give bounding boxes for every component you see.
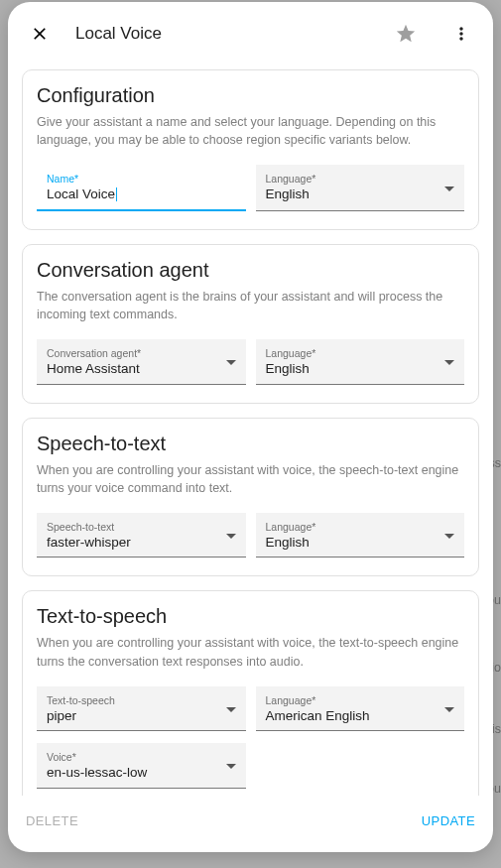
tts-language-label: Language* [266,694,455,706]
close-icon [30,24,50,44]
text-caret [116,187,117,201]
update-button[interactable]: UPDATE [418,807,479,834]
config-language-label: Language* [266,173,455,185]
chevron-down-icon [226,699,236,717]
close-button[interactable] [20,14,60,54]
config-language-value: English [266,186,455,203]
stt-engine-value: faster-whisper [47,534,236,552]
chevron-down-icon [226,756,236,774]
conversation-language-value: English [266,360,455,378]
star-icon [395,23,417,45]
name-input[interactable]: Name* Local Voice [37,165,246,211]
tts-voice-label: Voice* [47,751,236,763]
dialog-title: Local Voice [75,24,370,44]
tts-desc: When you are controlling your assistant … [37,634,464,670]
more-vert-icon [451,24,471,44]
dialog-content: Configuration Give your assistant a name… [8,62,493,796]
configuration-desc: Give your assistant a name and select yo… [37,113,464,149]
conversation-desc: The conversation agent is the brains of … [37,288,464,323]
conversation-title: Conversation agent [37,259,464,282]
stt-language-label: Language* [266,521,455,533]
conversation-language-label: Language* [266,347,455,359]
name-label: Name* [47,173,236,185]
tts-card: Text-to-speech When you are controlling … [22,590,479,796]
stt-language-select[interactable]: Language* English [256,513,465,558]
dialog: Local Voice Configuration Give your assi… [8,2,493,852]
conversation-agent-value: Home Assistant [47,360,236,378]
configuration-card: Configuration Give your assistant a name… [22,69,479,230]
conversation-agent-select[interactable]: Conversation agent* Home Assistant [37,339,246,385]
dialog-footer: DELETE UPDATE [8,796,493,852]
tts-language-value: American English [266,707,455,725]
tts-title: Text-to-speech [37,605,464,628]
stt-title: Speech-to-text [37,433,464,455]
stt-engine-label: Speech-to-text [47,521,236,533]
conversation-card: Conversation agent The conversation agen… [22,244,479,404]
tts-voice-select[interactable]: Voice* en-us-lessac-low [37,743,246,789]
delete-button[interactable]: DELETE [22,807,82,834]
chevron-down-icon [444,526,454,544]
configuration-title: Configuration [37,84,464,107]
star-button[interactable] [386,14,426,54]
chevron-down-icon [226,352,236,370]
chevron-down-icon [444,352,454,370]
stt-card: Speech-to-text When you are controlling … [22,418,479,577]
stt-language-value: English [266,534,455,552]
chevron-down-icon [226,526,236,544]
more-button[interactable] [441,14,481,54]
tts-engine-label: Text-to-speech [47,694,236,706]
config-language-select[interactable]: Language* English [256,165,465,211]
chevron-down-icon [444,179,454,196]
tts-language-select[interactable]: Language* American English [256,686,465,732]
tts-engine-select[interactable]: Text-to-speech piper [37,686,246,732]
tts-engine-value: piper [47,707,236,725]
name-value: Local Voice [47,186,236,203]
tts-voice-value: en-us-lessac-low [47,764,236,782]
stt-engine-select[interactable]: Speech-to-text faster-whisper [37,513,246,558]
dialog-header: Local Voice [8,2,493,62]
conversation-agent-label: Conversation agent* [47,347,236,359]
stt-desc: When you are controlling your assistant … [37,461,464,497]
chevron-down-icon [444,699,454,717]
conversation-language-select[interactable]: Language* English [256,339,465,385]
